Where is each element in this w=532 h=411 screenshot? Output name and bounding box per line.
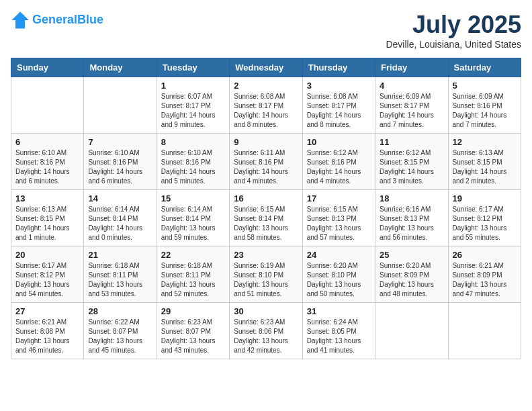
day-number: 24 bbox=[307, 250, 371, 260]
calendar-cell: 18Sunrise: 6:16 AM Sunset: 8:13 PM Dayli… bbox=[375, 190, 448, 246]
calendar-cell: 6Sunrise: 6:10 AM Sunset: 8:16 PM Daylig… bbox=[11, 134, 84, 190]
day-number: 26 bbox=[453, 250, 517, 260]
calendar-cell: 2Sunrise: 6:08 AM Sunset: 8:17 PM Daylig… bbox=[230, 77, 302, 134]
day-info: Sunrise: 6:21 AM Sunset: 8:09 PM Dayligh… bbox=[453, 261, 517, 299]
week-row-2: 6Sunrise: 6:10 AM Sunset: 8:16 PM Daylig… bbox=[11, 134, 521, 190]
day-info: Sunrise: 6:10 AM Sunset: 8:16 PM Dayligh… bbox=[88, 148, 152, 186]
calendar-cell: 21Sunrise: 6:18 AM Sunset: 8:11 PM Dayli… bbox=[84, 246, 157, 303]
day-number: 13 bbox=[15, 193, 79, 203]
day-info: Sunrise: 6:07 AM Sunset: 8:17 PM Dayligh… bbox=[161, 92, 225, 130]
day-number: 16 bbox=[234, 193, 298, 203]
week-row-4: 20Sunrise: 6:17 AM Sunset: 8:12 PM Dayli… bbox=[11, 246, 521, 303]
day-number: 29 bbox=[161, 306, 225, 316]
day-number: 18 bbox=[380, 193, 443, 203]
day-number: 15 bbox=[161, 193, 225, 203]
calendar-cell: 30Sunrise: 6:23 AM Sunset: 8:06 PM Dayli… bbox=[230, 303, 302, 359]
weekday-header-tuesday: Tuesday bbox=[157, 58, 229, 77]
day-number: 7 bbox=[88, 137, 152, 147]
day-info: Sunrise: 6:17 AM Sunset: 8:12 PM Dayligh… bbox=[15, 261, 79, 299]
week-row-5: 27Sunrise: 6:21 AM Sunset: 8:08 PM Dayli… bbox=[11, 303, 521, 359]
calendar-cell: 16Sunrise: 6:15 AM Sunset: 8:14 PM Dayli… bbox=[230, 190, 302, 246]
day-number: 27 bbox=[15, 306, 79, 316]
day-info: Sunrise: 6:15 AM Sunset: 8:14 PM Dayligh… bbox=[234, 205, 298, 242]
page-header: GeneralBlue July 2025 Deville, Louisiana… bbox=[11, 11, 521, 50]
calendar-cell: 9Sunrise: 6:11 AM Sunset: 8:16 PM Daylig… bbox=[230, 134, 302, 190]
logo: GeneralBlue bbox=[11, 11, 103, 30]
calendar-cell: 23Sunrise: 6:19 AM Sunset: 8:10 PM Dayli… bbox=[230, 246, 302, 303]
day-info: Sunrise: 6:15 AM Sunset: 8:13 PM Dayligh… bbox=[307, 205, 371, 242]
calendar-cell bbox=[375, 303, 448, 359]
logo-text: GeneralBlue bbox=[32, 13, 103, 27]
day-number: 3 bbox=[307, 81, 371, 91]
day-info: Sunrise: 6:10 AM Sunset: 8:16 PM Dayligh… bbox=[161, 148, 225, 186]
calendar-cell: 24Sunrise: 6:20 AM Sunset: 8:10 PM Dayli… bbox=[302, 246, 375, 303]
day-info: Sunrise: 6:16 AM Sunset: 8:13 PM Dayligh… bbox=[380, 205, 443, 242]
day-number: 9 bbox=[234, 137, 298, 147]
day-info: Sunrise: 6:23 AM Sunset: 8:07 PM Dayligh… bbox=[161, 318, 225, 355]
calendar-cell: 11Sunrise: 6:12 AM Sunset: 8:15 PM Dayli… bbox=[375, 134, 448, 190]
day-info: Sunrise: 6:12 AM Sunset: 8:15 PM Dayligh… bbox=[380, 148, 443, 186]
day-number: 28 bbox=[88, 306, 152, 316]
day-info: Sunrise: 6:17 AM Sunset: 8:12 PM Dayligh… bbox=[453, 205, 517, 242]
calendar-cell: 19Sunrise: 6:17 AM Sunset: 8:12 PM Dayli… bbox=[448, 190, 521, 246]
day-info: Sunrise: 6:13 AM Sunset: 8:15 PM Dayligh… bbox=[15, 205, 79, 242]
weekday-header-thursday: Thursday bbox=[302, 58, 375, 77]
day-number: 30 bbox=[234, 306, 298, 316]
weekday-header-saturday: Saturday bbox=[448, 58, 521, 77]
calendar-cell: 20Sunrise: 6:17 AM Sunset: 8:12 PM Dayli… bbox=[11, 246, 84, 303]
calendar-cell: 13Sunrise: 6:13 AM Sunset: 8:15 PM Dayli… bbox=[11, 190, 84, 246]
day-info: Sunrise: 6:09 AM Sunset: 8:17 PM Dayligh… bbox=[380, 92, 443, 130]
day-number: 1 bbox=[161, 81, 225, 91]
calendar-cell: 15Sunrise: 6:14 AM Sunset: 8:14 PM Dayli… bbox=[157, 190, 229, 246]
calendar-cell bbox=[11, 77, 84, 134]
calendar-cell: 8Sunrise: 6:10 AM Sunset: 8:16 PM Daylig… bbox=[157, 134, 229, 190]
calendar-cell: 26Sunrise: 6:21 AM Sunset: 8:09 PM Dayli… bbox=[448, 246, 521, 303]
day-number: 8 bbox=[161, 137, 225, 147]
day-number: 22 bbox=[161, 250, 225, 260]
weekday-header-wednesday: Wednesday bbox=[230, 58, 302, 77]
day-info: Sunrise: 6:14 AM Sunset: 8:14 PM Dayligh… bbox=[88, 205, 152, 242]
day-info: Sunrise: 6:18 AM Sunset: 8:11 PM Dayligh… bbox=[161, 261, 225, 299]
calendar-cell: 10Sunrise: 6:12 AM Sunset: 8:16 PM Dayli… bbox=[302, 134, 375, 190]
logo-line1: General bbox=[32, 13, 77, 26]
calendar-cell: 17Sunrise: 6:15 AM Sunset: 8:13 PM Dayli… bbox=[302, 190, 375, 246]
day-info: Sunrise: 6:11 AM Sunset: 8:16 PM Dayligh… bbox=[234, 148, 298, 186]
day-info: Sunrise: 6:09 AM Sunset: 8:16 PM Dayligh… bbox=[453, 92, 517, 130]
day-info: Sunrise: 6:08 AM Sunset: 8:17 PM Dayligh… bbox=[307, 92, 371, 130]
week-row-3: 13Sunrise: 6:13 AM Sunset: 8:15 PM Dayli… bbox=[11, 190, 521, 246]
weekday-header-monday: Monday bbox=[84, 58, 157, 77]
day-info: Sunrise: 6:14 AM Sunset: 8:14 PM Dayligh… bbox=[161, 205, 225, 242]
location: Deville, Louisiana, United States bbox=[386, 39, 521, 50]
day-number: 19 bbox=[453, 193, 517, 203]
day-info: Sunrise: 6:21 AM Sunset: 8:08 PM Dayligh… bbox=[15, 318, 79, 355]
calendar-cell: 14Sunrise: 6:14 AM Sunset: 8:14 PM Dayli… bbox=[84, 190, 157, 246]
day-number: 4 bbox=[380, 81, 443, 91]
calendar: SundayMondayTuesdayWednesdayThursdayFrid… bbox=[11, 58, 521, 359]
calendar-cell bbox=[448, 303, 521, 359]
logo-icon bbox=[11, 11, 30, 30]
weekday-header-sunday: Sunday bbox=[11, 58, 84, 77]
day-number: 11 bbox=[380, 137, 443, 147]
logo-line2: Blue bbox=[77, 13, 103, 26]
day-info: Sunrise: 6:13 AM Sunset: 8:15 PM Dayligh… bbox=[453, 148, 517, 186]
weekday-header-friday: Friday bbox=[375, 58, 448, 77]
month-title: July 2025 bbox=[386, 11, 521, 39]
calendar-cell bbox=[84, 77, 157, 134]
calendar-cell: 25Sunrise: 6:20 AM Sunset: 8:09 PM Dayli… bbox=[375, 246, 448, 303]
day-number: 20 bbox=[15, 250, 79, 260]
day-info: Sunrise: 6:18 AM Sunset: 8:11 PM Dayligh… bbox=[88, 261, 152, 299]
day-number: 5 bbox=[453, 81, 517, 91]
calendar-cell: 29Sunrise: 6:23 AM Sunset: 8:07 PM Dayli… bbox=[157, 303, 229, 359]
day-number: 25 bbox=[380, 250, 443, 260]
day-info: Sunrise: 6:10 AM Sunset: 8:16 PM Dayligh… bbox=[15, 148, 79, 186]
calendar-cell: 4Sunrise: 6:09 AM Sunset: 8:17 PM Daylig… bbox=[375, 77, 448, 134]
day-info: Sunrise: 6:20 AM Sunset: 8:09 PM Dayligh… bbox=[380, 261, 443, 299]
weekday-header-row: SundayMondayTuesdayWednesdayThursdayFrid… bbox=[11, 58, 521, 77]
calendar-cell: 27Sunrise: 6:21 AM Sunset: 8:08 PM Dayli… bbox=[11, 303, 84, 359]
day-number: 21 bbox=[88, 250, 152, 260]
day-info: Sunrise: 6:23 AM Sunset: 8:06 PM Dayligh… bbox=[234, 318, 298, 355]
day-info: Sunrise: 6:22 AM Sunset: 8:07 PM Dayligh… bbox=[88, 318, 152, 355]
calendar-cell: 12Sunrise: 6:13 AM Sunset: 8:15 PM Dayli… bbox=[448, 134, 521, 190]
calendar-cell: 3Sunrise: 6:08 AM Sunset: 8:17 PM Daylig… bbox=[302, 77, 375, 134]
day-info: Sunrise: 6:12 AM Sunset: 8:16 PM Dayligh… bbox=[307, 148, 371, 186]
